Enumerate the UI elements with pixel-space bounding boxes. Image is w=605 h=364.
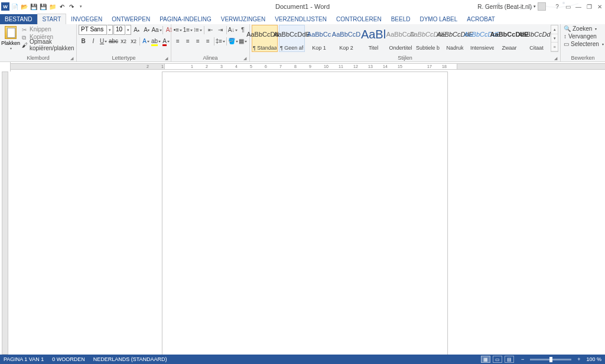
shrink-font-button[interactable]: A▾ [142,25,151,35]
align-right-button[interactable]: ≡ [193,36,203,46]
style-kop-2[interactable]: AaBbCcDKop 2 [333,25,359,52]
view-print-icon[interactable]: ▦ [481,356,490,363]
tab-mailings[interactable]: VERZENDLIJSTEN [270,14,331,24]
word-app-icon: W [1,2,9,11]
cut-button[interactable]: ✂Knippen [21,25,76,33]
font-size-dropdown[interactable]: ▾ [126,25,131,35]
avatar[interactable] [538,2,546,11]
window-title: Document1 - Word [275,3,330,10]
tab-acrobat[interactable]: ACROBAT [462,14,500,24]
tab-design[interactable]: ONTWERPEN [107,14,155,24]
styles-scroll[interactable]: ▴▾≡ [551,25,558,52]
italic-button[interactable]: I [89,36,98,46]
user-name[interactable]: R. Gerrits (Beat-it.nl) [477,4,532,10]
ruler-vertical[interactable] [0,72,11,355]
strike-button[interactable]: abc [109,36,118,46]
highlight-button[interactable]: ab [151,36,161,46]
ribbon-opts-icon[interactable]: ▭ [564,2,572,11]
tab-references[interactable]: VERWIJZINGEN [216,14,270,24]
view-web-icon[interactable]: ▤ [505,356,514,363]
tab-dymo[interactable]: DYMO Label [415,14,462,24]
indent-button[interactable]: ⇥ [216,25,225,35]
numbering-button[interactable]: 1≡ [183,25,193,35]
tab-review[interactable]: CONTROLEREN [331,14,386,24]
replace-button[interactable]: ↕Vervangen [562,32,598,40]
line-spacing-button[interactable]: ‡≡ [216,36,225,46]
ruler-corner [0,62,11,72]
bold-button[interactable]: B [79,36,88,46]
help-icon[interactable]: ? [553,2,561,11]
group-font-label: Lettertype [112,55,135,61]
text-effects-button[interactable]: A [141,36,151,46]
para-dialog-icon[interactable]: ◢ [243,56,246,61]
view-read-icon[interactable]: ▭ [493,356,502,363]
zoom-value[interactable]: 100 % [586,356,601,362]
group-para-label: Alinea [203,55,217,61]
change-case-button[interactable]: Aa [152,25,161,35]
close-icon[interactable]: ✕ [596,2,604,11]
status-lang[interactable]: NEDERLANDS (STANDAARD) [93,356,167,362]
style-titel[interactable]: AaBlTitel [360,25,386,52]
style--geen-afs-[interactable]: AaBbCcDdE¶ Geen afs... [279,25,305,52]
group-editing-label: Bewerken [571,55,594,61]
align-center-button[interactable]: ≡ [183,36,193,46]
grow-font-button[interactable]: A▴ [132,25,141,35]
shading-button[interactable]: 🪣 [228,36,238,46]
minimize-icon[interactable]: — [574,2,583,11]
zoom-out-button[interactable]: − [521,356,524,362]
align-left-button[interactable]: ≡ [173,36,183,46]
outdent-button[interactable]: ⇤ [206,25,215,35]
group-styles-label: Stijlen [398,55,412,61]
group-clipboard-label: Klembord [27,55,50,61]
open-icon[interactable]: 📂 [20,2,28,11]
font-size-input[interactable]: 10 [113,25,125,35]
zoom-in-button[interactable]: + [577,356,580,362]
document-canvas[interactable] [11,72,605,355]
status-page[interactable]: PAGINA 1 VAN 1 [4,356,44,362]
sort-button[interactable]: A↓ [228,25,238,35]
paste-icon [5,26,17,39]
style-kop-1[interactable]: AaBbCcKop 1 [306,25,332,52]
qat-dropdown-icon[interactable]: ▾ [77,2,85,11]
tab-view[interactable]: BEELD [386,14,415,24]
paste-button[interactable]: Plakken ▾ [2,25,19,53]
font-name-dropdown[interactable]: ▾ [108,25,113,35]
font-name-input[interactable]: PT Sans [79,25,107,35]
find-button[interactable]: 🔍Zoeken▾ [562,25,598,32]
tab-home[interactable]: START [37,14,67,24]
multilevel-button[interactable]: ⁝≡ [193,25,203,35]
subscript-button[interactable]: x2 [119,36,128,46]
folder-icon[interactable]: 📁 [48,2,57,11]
style-citaat[interactable]: AaBbCcDdECitaat [523,25,549,52]
paste-label: Plakken [1,40,20,46]
font-color-button[interactable]: A [161,36,171,46]
bullets-button[interactable]: •≡ [173,25,183,35]
redo-icon[interactable]: ↷ [67,2,76,11]
new-icon[interactable]: 📄 [11,2,19,11]
save-icon[interactable]: 💾 [30,2,38,11]
status-words[interactable]: 0 WOORDEN [52,356,85,362]
maximize-icon[interactable]: ❐ [585,2,593,11]
font-dialog-icon[interactable]: ◢ [165,56,168,61]
undo-icon[interactable]: ↶ [58,2,66,11]
ruler-horizontal[interactable]: 211234567891011121314151718 [11,62,605,72]
zoom-slider[interactable] [530,359,571,360]
tab-insert[interactable]: INVOEGEN [66,14,107,24]
underline-button[interactable]: U [99,36,108,46]
format-painter-button[interactable]: 🖌Opmaak kopiëren/plakken [21,41,76,48]
styles-dialog-icon[interactable]: ◢ [554,56,557,61]
superscript-button[interactable]: x2 [129,36,138,46]
saveas-icon[interactable]: 💾 [39,2,47,11]
document-page[interactable] [162,72,448,355]
select-button[interactable]: ▭Selecteren▾ [562,40,605,48]
tab-layout[interactable]: PAGINA-INDELING [155,14,216,24]
clipboard-dialog-icon[interactable]: ◢ [70,56,73,61]
justify-button[interactable]: ≡ [203,36,213,46]
tab-file[interactable]: BESTAND [0,14,37,24]
